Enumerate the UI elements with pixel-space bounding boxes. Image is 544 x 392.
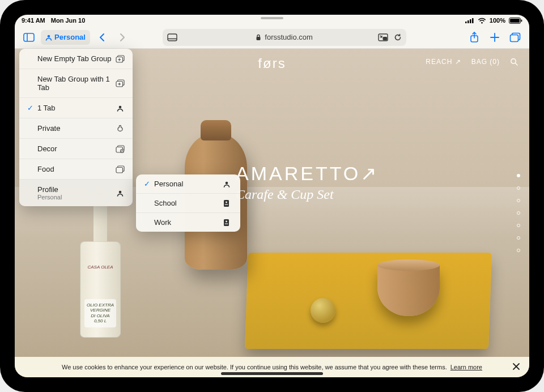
menu-private[interactable]: Private [19,118,133,139]
profile-option-work[interactable]: Work [136,213,240,232]
profile-option-personal[interactable]: ✓Personal [136,174,240,194]
nav-reach[interactable]: REACH ↗ [426,58,461,66]
hero-title[interactable]: AMARETTO↗ Carafe & Cup Set [236,162,379,202]
menu-food[interactable]: Food [19,159,133,180]
address-bar[interactable]: forsstudio.com [163,29,406,46]
search-icon[interactable] [510,58,518,66]
multitask-grabber[interactable] [261,17,283,19]
pip-icon[interactable] [378,33,388,41]
svg-point-33 [119,105,122,108]
svg-rect-6 [521,19,522,22]
dot-3[interactable] [517,199,520,202]
reload-button[interactable] [394,33,402,41]
dot-5[interactable] [517,224,520,227]
menu-decor[interactable]: Decor [19,139,133,159]
bottle-volume: 0,50 L [86,318,115,324]
carousel-dots[interactable] [517,174,520,252]
share-button[interactable] [466,29,483,46]
svg-point-43 [226,201,227,203]
fruit [311,298,335,323]
ipad-frame: 9:41 AM Mon Jun 10 100% [0,0,544,392]
new-tab-group-icon [114,55,126,63]
svg-point-40 [119,190,122,193]
svg-rect-39 [116,167,123,173]
screen: 9:41 AM Mon Jun 10 100% [15,15,529,377]
person-icon [114,105,126,112]
new-tab-group-plus-icon [114,79,126,87]
svg-rect-12 [257,37,261,40]
profile-chip[interactable]: Personal [41,30,90,45]
svg-rect-3 [472,18,474,23]
tab-group-shared-icon [114,145,126,153]
profile-option-label: Work [154,218,171,227]
back-button[interactable] [94,29,110,46]
dot-4[interactable] [517,211,520,215]
site-nav: REACH ↗ BAG (0) [426,58,518,66]
svg-rect-5 [510,19,520,23]
svg-rect-10 [168,34,177,41]
menu-new-empty-tab-group[interactable]: New Empty Tab Group [19,49,133,69]
home-indicator[interactable] [221,372,323,375]
url-label: forsstudio.com [265,33,313,41]
svg-rect-0 [465,22,467,23]
profile-option-label: Personal [154,180,183,188]
menu-1-tab[interactable]: ✓1 Tab [19,98,133,118]
menu-profile[interactable]: Profile Personal [19,180,133,206]
hero-line2: Carafe & Cup Set [236,187,379,202]
dot-2[interactable] [517,186,520,190]
cellular-signal-icon [465,18,474,23]
reader-button[interactable] [167,29,177,46]
profile-submenu: ✓Personal School Work [136,174,240,232]
tab-group-menu: New Empty Tab Group New Tab Group with 1… [19,49,133,206]
cookie-text: We use cookies to enhance your experienc… [62,364,447,370]
olive-oil-bottle: CASA OLEA OLIO EXTRA VERGINE DI OLIVA 0,… [80,190,121,338]
status-time: 9:41 AM [22,17,45,24]
person-icon [114,190,126,197]
private-icon [114,125,126,133]
menu-label: Private [37,124,114,133]
menu-label: 1 Tab [37,104,114,112]
menu-label: Decor [37,144,114,153]
status-bar: 9:41 AM Mon Jun 10 100% [15,15,529,26]
yellow-cloth [245,253,492,349]
menu-label: New Tab Group with 1 Tab [37,75,114,92]
bottle-brand: CASA OLEA [83,265,117,270]
cookie-close-button[interactable] [512,363,521,372]
bottle-label-line1: OLIO EXTRA [86,302,115,308]
menu-new-tab-group-with-1[interactable]: New Tab Group with 1 Tab [19,69,133,98]
svg-rect-42 [224,200,229,207]
svg-rect-14 [382,37,387,40]
menu-profile-current: Personal [37,194,114,201]
browser-toolbar: Personal forsstudio.com [15,26,529,49]
sidebar-toggle-button[interactable] [20,29,37,46]
badge-icon [223,219,233,227]
new-tab-button[interactable] [486,29,503,46]
profile-chip-label: Personal [54,33,86,41]
bottle-label: OLIO EXTRA VERGINE DI OLIVA 0,50 L [84,299,116,327]
status-date: Mon Jun 10 [51,17,86,24]
battery-percent: 100% [490,17,505,24]
dot-1[interactable] [517,174,520,177]
tabs-button[interactable] [507,29,524,46]
bottle-label-line3: DI OLIVA [86,313,115,319]
badge-icon [223,199,233,207]
dot-6[interactable] [517,236,520,240]
dot-7[interactable] [517,249,520,252]
svg-point-41 [226,181,228,184]
wifi-icon [478,18,486,24]
svg-rect-44 [225,204,228,204]
svg-line-22 [515,63,517,65]
svg-rect-20 [510,35,518,41]
profile-option-school[interactable]: School [136,194,240,213]
cookie-learn-more[interactable]: Learn more [450,364,482,370]
bottle-label-line2: VERGINE [86,308,115,313]
svg-rect-47 [225,223,228,224]
svg-rect-45 [224,219,229,226]
menu-label: Food [37,165,114,173]
menu-profile-label: Profile [37,185,58,194]
lock-icon [256,34,261,41]
forward-button [114,29,131,46]
nav-bag[interactable]: BAG (0) [471,58,500,66]
profile-option-label: School [154,199,177,207]
battery-icon [509,18,522,24]
